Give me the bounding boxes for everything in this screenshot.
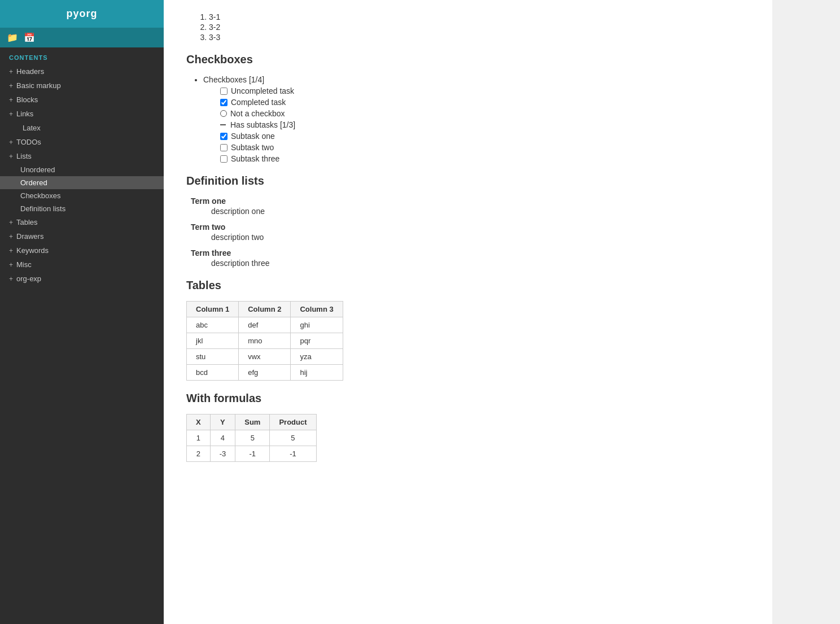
- sub-item-label: Checkboxes: [20, 191, 61, 200]
- table2: X Y Sum Product 14552-3-1-1: [186, 414, 317, 462]
- sidebar-item-basic-markup[interactable]: + Basic markup: [0, 78, 164, 93]
- list-item: Has subtasks [1/3]: [220, 120, 750, 129]
- sidebar-sub-item-ordered[interactable]: Ordered: [0, 176, 164, 189]
- list-item: Not a checkbox: [220, 109, 750, 118]
- subtask-one-checkbox[interactable]: [220, 133, 228, 140]
- sidebar-sub-item-definition-lists[interactable]: Definition lists: [0, 202, 164, 215]
- list-item: Checkboxes [1/4] Uncompleted task Comple…: [203, 75, 750, 163]
- tables-heading: Tables: [186, 279, 750, 294]
- table-cell: 5: [235, 430, 270, 446]
- plus-icon: +: [9, 233, 13, 241]
- list-item: Uncompleted task: [220, 86, 750, 95]
- def-desc: description three: [211, 259, 750, 268]
- sidebar-item-label: TODOs: [16, 138, 41, 146]
- contents-label: CONTENTS: [0, 47, 164, 64]
- subtask-two-checkbox[interactable]: [220, 144, 228, 151]
- sidebar-sub-item-checkboxes[interactable]: Checkboxes: [0, 189, 164, 202]
- def-term: Term one: [191, 197, 750, 206]
- sidebar-item-blocks[interactable]: + Blocks: [0, 93, 164, 107]
- table-cell: vwx: [239, 349, 291, 365]
- ordered-list-top: 3-1 3-2 3-3: [209, 12, 750, 42]
- table-cell: -1: [270, 446, 316, 462]
- sidebar-item-label: Blocks: [16, 95, 38, 104]
- sidebar-item-label: org-exp: [16, 274, 41, 283]
- checkbox-label: Not a checkbox: [230, 109, 285, 118]
- table-row: bcdefghij: [187, 365, 343, 381]
- checkbox-label: Subtask two: [231, 143, 274, 152]
- table-cell: -3: [210, 446, 235, 462]
- plus-icon: +: [9, 247, 13, 255]
- sidebar-item-label: Lists: [16, 152, 32, 160]
- list-item: Subtask three: [220, 154, 750, 163]
- sidebar-item-todos[interactable]: + TODOs: [0, 135, 164, 149]
- completed-task-checkbox[interactable]: [220, 99, 228, 106]
- table-cell: yza: [291, 349, 343, 365]
- plus-icon: +: [9, 219, 13, 226]
- table-cell: pqr: [291, 333, 343, 349]
- def-term: Term three: [191, 248, 750, 258]
- table-cell: def: [239, 317, 291, 333]
- table-row: 2-3-1-1: [187, 446, 317, 462]
- table-header: Column 2: [239, 302, 291, 317]
- list-item: Subtask one: [220, 132, 750, 141]
- sidebar-item-tables[interactable]: + Tables: [0, 215, 164, 229]
- sidebar-toolbar: 📁 📅: [0, 28, 164, 47]
- sidebar-item-links[interactable]: + Links: [0, 107, 164, 121]
- sidebar-item-misc[interactable]: + Misc: [0, 258, 164, 272]
- table-cell: 4: [210, 430, 235, 446]
- sub-item-label: Ordered: [20, 178, 47, 187]
- subtask-three-checkbox[interactable]: [220, 155, 228, 163]
- list-item: 3-1: [209, 12, 750, 21]
- uncompleted-task-checkbox[interactable]: [220, 88, 228, 95]
- plus-icon: +: [9, 261, 13, 269]
- plus-icon: +: [9, 96, 13, 104]
- sidebar-item-drawers[interactable]: + Drawers: [0, 229, 164, 243]
- plus-icon: +: [9, 82, 13, 90]
- sidebar-item-latex[interactable]: Latex: [0, 121, 164, 135]
- table1: Column 1 Column 2 Column 3 abcdefghijklm…: [186, 301, 343, 381]
- sidebar-item-label: Tables: [16, 218, 38, 226]
- calendar-icon[interactable]: 📅: [24, 32, 35, 43]
- checkboxes-section: Checkboxes [1/4] Uncompleted task Comple…: [186, 75, 750, 163]
- table-header: Y: [210, 414, 235, 430]
- list-item: Subtask two: [220, 143, 750, 152]
- main-content: 3-1 3-2 3-3 Checkboxes Checkboxes [1/4] …: [164, 0, 772, 624]
- table-cell: -1: [235, 446, 270, 462]
- table-header: Column 3: [291, 302, 343, 317]
- folder-icon[interactable]: 📁: [7, 32, 18, 43]
- table-cell: stu: [187, 349, 239, 365]
- table-header: Product: [270, 414, 316, 430]
- table-row: X Y Sum Product: [187, 414, 317, 430]
- sidebar-item-org-exp[interactable]: + org-exp: [0, 272, 164, 286]
- sidebar-item-lists[interactable]: + Lists: [0, 149, 164, 163]
- table-row: jklmnopqr: [187, 333, 343, 349]
- radio-icon: [220, 110, 227, 117]
- table-row: abcdefghi: [187, 317, 343, 333]
- def-desc: description one: [211, 207, 750, 216]
- table-cell: 1: [187, 430, 211, 446]
- def-term: Term two: [191, 222, 750, 232]
- checkboxes-heading: Checkboxes: [186, 53, 750, 68]
- sidebar-item-label: Keywords: [16, 246, 49, 255]
- sidebar-item-label: Misc: [16, 260, 32, 269]
- sidebar-item-label: Basic markup: [16, 81, 61, 90]
- sidebar-sub-item-unordered[interactable]: Unordered: [0, 163, 164, 176]
- plus-icon: +: [9, 275, 13, 283]
- table-row: Column 1 Column 2 Column 3: [187, 302, 343, 317]
- table-cell: 5: [270, 430, 316, 446]
- table-cell: hij: [291, 365, 343, 381]
- dash-icon: [220, 124, 226, 125]
- table-cell: jkl: [187, 333, 239, 349]
- plus-icon: +: [9, 138, 13, 146]
- list-item: 3-3: [209, 33, 750, 42]
- sub-item-label: Definition lists: [20, 204, 65, 213]
- table-cell: abc: [187, 317, 239, 333]
- table-cell: bcd: [187, 365, 239, 381]
- sidebar-item-label: Latex: [23, 124, 41, 132]
- sidebar-item-headers[interactable]: + Headers: [0, 64, 164, 78]
- sidebar-item-keywords[interactable]: + Keywords: [0, 243, 164, 258]
- definition-list: Term one description one Term two descri…: [191, 197, 750, 268]
- sidebar: pyorg 📁 📅 CONTENTS + Headers + Basic mar…: [0, 0, 164, 624]
- plus-icon: +: [9, 152, 13, 160]
- checkbox-label: Subtask three: [231, 154, 279, 163]
